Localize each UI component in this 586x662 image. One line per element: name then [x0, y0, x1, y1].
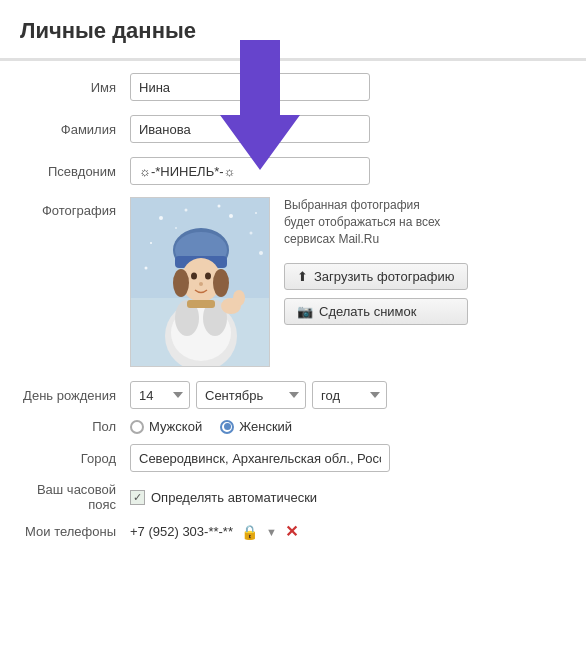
gender-options: Мужской Женский	[130, 419, 292, 434]
gender-female-option[interactable]: Женский	[220, 419, 292, 434]
svg-point-28	[255, 212, 257, 214]
photo-side: Выбранная фотография будет отображаться …	[284, 197, 468, 325]
city-label: Город	[20, 451, 130, 466]
dropdown-arrow-icon[interactable]: ▼	[266, 526, 277, 538]
page-title: Личные данные	[0, 0, 586, 59]
gender-male-label: Мужской	[149, 419, 202, 434]
nickname-row: Псевдоним	[20, 155, 566, 187]
gender-female-label: Женский	[239, 419, 292, 434]
nickname-label: Псевдоним	[20, 164, 130, 179]
surname-input[interactable]	[130, 115, 370, 143]
svg-point-19	[233, 290, 245, 306]
svg-point-27	[145, 267, 148, 270]
photo-row: Фотография	[20, 197, 566, 367]
lock-icon[interactable]: 🔒	[241, 524, 258, 540]
timezone-row: Ваш часовой пояс ✓ Определять автоматиче…	[20, 482, 566, 512]
upload-label: Загрузить фотографию	[314, 269, 455, 284]
svg-rect-20	[187, 300, 215, 308]
gender-label: Пол	[20, 419, 130, 434]
birthday-day-select[interactable]: 14	[130, 381, 190, 409]
delete-phone-icon[interactable]: ✕	[285, 522, 298, 541]
camera-label: Сделать снимок	[319, 304, 416, 319]
svg-point-24	[250, 232, 253, 235]
svg-point-30	[218, 205, 221, 208]
birthday-selects: 14 Сентябрь год	[130, 381, 387, 409]
camera-icon: 📷	[297, 304, 313, 319]
svg-point-26	[259, 251, 263, 255]
page-container: Личные данные Имя Фамилия Псевдоним Фото…	[0, 0, 586, 662]
timezone-label: Ваш часовой пояс	[20, 482, 130, 512]
name-input[interactable]	[130, 73, 370, 101]
surname-label: Фамилия	[20, 122, 130, 137]
checkmark-icon: ✓	[133, 492, 142, 503]
gender-female-radio[interactable]	[220, 420, 234, 434]
name-label: Имя	[20, 80, 130, 95]
city-row: Город	[20, 444, 566, 472]
photo-content: Выбранная фотография будет отображаться …	[130, 197, 468, 367]
svg-point-11	[205, 273, 211, 280]
birthday-month-select[interactable]: Сентябрь	[196, 381, 306, 409]
timezone-auto-area: ✓ Определять автоматически	[130, 490, 317, 505]
take-photo-button[interactable]: 📷 Сделать снимок	[284, 298, 468, 325]
phone-row: Мои телефоны +7 (952) 303-**-** 🔒 ▼ ✕	[20, 522, 566, 541]
svg-point-8	[173, 269, 189, 297]
svg-point-10	[191, 273, 197, 280]
svg-point-29	[175, 227, 177, 229]
phones-label: Мои телефоны	[20, 524, 130, 539]
svg-point-12	[199, 282, 203, 286]
upload-photo-button[interactable]: ⬆ Загрузить фотографию	[284, 263, 468, 290]
form-area: Имя Фамилия Псевдоним Фотография	[0, 61, 586, 571]
svg-point-9	[213, 269, 229, 297]
name-row: Имя	[20, 71, 566, 103]
birthday-row: День рождения 14 Сентябрь год	[20, 381, 566, 409]
gender-male-option[interactable]: Мужской	[130, 419, 202, 434]
title-area: Личные данные	[0, 0, 586, 61]
timezone-auto-checkbox[interactable]: ✓	[130, 490, 145, 505]
city-input[interactable]	[130, 444, 390, 472]
surname-row: Фамилия	[20, 113, 566, 145]
photo-hint: Выбранная фотография будет отображаться …	[284, 197, 454, 247]
timezone-auto-label: Определять автоматически	[151, 490, 317, 505]
photo-image	[130, 197, 270, 367]
gender-row: Пол Мужской Женский	[20, 419, 566, 434]
phone-content: +7 (952) 303-**-** 🔒 ▼ ✕	[130, 522, 298, 541]
birthday-year-select[interactable]: год	[312, 381, 387, 409]
svg-point-25	[150, 242, 152, 244]
upload-icon: ⬆	[297, 269, 308, 284]
phone-number: +7 (952) 303-**-**	[130, 524, 233, 539]
birthday-label: День рождения	[20, 388, 130, 403]
gender-male-radio[interactable]	[130, 420, 144, 434]
svg-point-22	[185, 209, 188, 212]
svg-point-21	[159, 216, 163, 220]
nickname-input[interactable]	[130, 157, 370, 185]
svg-point-23	[229, 214, 233, 218]
photo-label: Фотография	[20, 197, 130, 218]
